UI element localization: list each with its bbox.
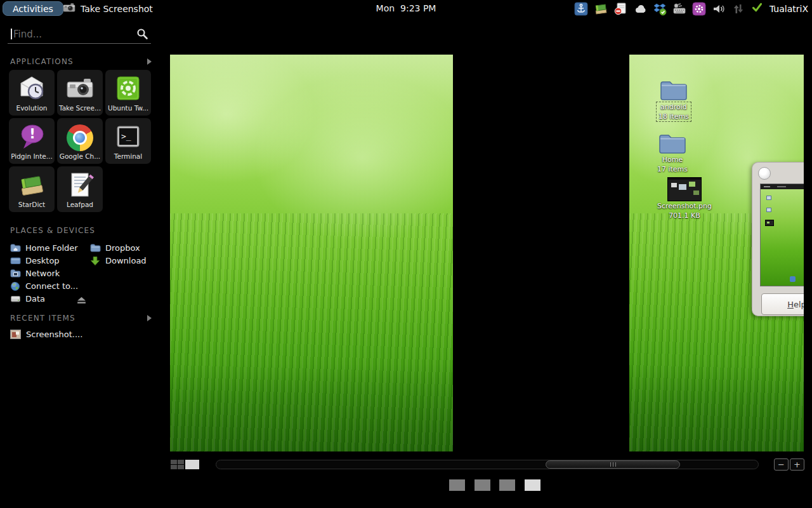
app-tile-label: Terminal	[105, 152, 151, 160]
place-item-label: Connect to...	[25, 281, 78, 291]
network-arrows-icon[interactable]	[731, 2, 745, 16]
search-input[interactable]	[13, 27, 128, 41]
svg-text:!: !	[29, 126, 36, 142]
evolution-icon	[9, 70, 55, 103]
user-menu[interactable]: TualatriX	[769, 4, 808, 14]
input-keyboard-tray-icon[interactable]	[672, 2, 686, 16]
recent-item-screenshot[interactable]: Screenshot....	[10, 330, 82, 339]
workspace-indicator-4-active[interactable]	[525, 479, 540, 491]
dialog-radio-knob[interactable]	[758, 167, 771, 180]
applications-expand-icon[interactable]	[147, 58, 152, 65]
place-item-network[interactable]: Network	[10, 267, 60, 279]
app-tile-ubuntu-tweak[interactable]: Ubuntu Tw...	[105, 70, 151, 116]
cloud-tray-icon[interactable]	[633, 2, 647, 16]
app-tile-evolution[interactable]: Evolution	[9, 70, 55, 116]
recent-section-header: RECENT ITEMS	[10, 314, 154, 323]
recent-expand-icon[interactable]	[147, 315, 152, 321]
network-icon	[10, 269, 21, 278]
workspace-indicator-1[interactable]	[449, 479, 465, 491]
dash-sidebar: APPLICATIONS Evolution	[0, 17, 162, 508]
search-box[interactable]	[8, 26, 151, 44]
workspace-scrollbar[interactable]	[216, 460, 759, 469]
app-tile-pidgin[interactable]: ! Pidgin Inte...	[9, 118, 55, 164]
app-tile-label: Take Scree...	[57, 104, 103, 112]
desktop-icon-sublabel: 18 items	[658, 112, 689, 121]
desktop-icon	[10, 256, 21, 265]
workspace-1-thumbnail[interactable]	[170, 55, 453, 451]
place-item-data[interactable]: Data	[10, 292, 45, 305]
stardict-icon	[9, 166, 55, 199]
app-tile-take-screenshot[interactable]: Take Scree...	[57, 70, 103, 116]
anchor-tray-icon[interactable]	[574, 2, 588, 16]
place-item-label: Network	[25, 269, 60, 278]
screenshot-preview-image	[760, 184, 804, 286]
globe-icon	[10, 281, 21, 291]
eject-button[interactable]	[76, 295, 87, 303]
workspace-2-thumbnail[interactable]: android 18 items Home 17 items Screensho…	[629, 55, 804, 451]
app-menu-button[interactable]: Take Screenshot	[62, 1, 153, 17]
desktop-icon-android[interactable]: android 18 items	[651, 80, 697, 122]
desktop-icon-label: Screenshot.png	[656, 201, 713, 211]
desktop-icon-sublabel: 17 items	[650, 164, 695, 174]
activities-button[interactable]: Activities	[3, 1, 63, 16]
place-item-download[interactable]: Download	[90, 254, 147, 267]
chrome-icon	[57, 118, 103, 151]
desktop-icon-sublabel: 701.1 KB	[656, 211, 713, 220]
workspace-indicator-3[interactable]	[499, 479, 515, 491]
zoom-out-button[interactable]: −	[774, 458, 789, 471]
search-icon[interactable]	[136, 28, 148, 43]
app-tile-google-chrome[interactable]: Google Ch...	[57, 118, 103, 164]
help-button[interactable]: Help	[761, 293, 804, 315]
desktop-icon-screenshot[interactable]: Screenshot.png 701.1 KB	[656, 177, 713, 220]
place-item-label: Desktop	[25, 256, 60, 265]
screenshot-dialog: Help	[752, 162, 804, 316]
download-arrow-icon	[90, 256, 101, 265]
applications-section-title: APPLICATIONS	[10, 57, 74, 66]
app-tile-label: Ubuntu Tw...	[105, 104, 151, 112]
workspace-indicator-2[interactable]	[475, 479, 490, 491]
place-item-home-folder[interactable]: Home Folder	[10, 241, 78, 254]
grid-view-toggle[interactable]	[171, 460, 184, 469]
clock[interactable]: Mon 9:23 PM	[376, 3, 436, 13]
place-item-connect-to[interactable]: Connect to...	[10, 279, 78, 292]
checkmark-icon	[751, 1, 763, 16]
app-tile-label: Leafpad	[57, 201, 103, 208]
single-view-toggle[interactable]	[185, 460, 199, 469]
gnome-shell-activities-overview: Activities Take Screenshot Mon 9:23 PM	[0, 0, 812, 508]
camera-icon	[57, 70, 103, 103]
application-grid: Evolution Take Scree...	[9, 70, 155, 212]
places-section-title: PLACES & DEVICES	[10, 226, 95, 235]
home-folder-icon	[10, 243, 21, 253]
ubuntu-tweak-tray-icon[interactable]	[692, 2, 706, 16]
dropbox-tray-icon[interactable]	[653, 2, 667, 16]
place-item-label: Download	[105, 256, 147, 265]
stardict-tray-icon[interactable]	[594, 2, 608, 16]
zoom-in-button[interactable]: +	[790, 458, 804, 471]
app-tile-stardict[interactable]: StarDict	[9, 166, 55, 212]
system-tray: TualatriX	[574, 1, 808, 16]
terminal-icon: >_	[105, 118, 151, 151]
desktop-icon-home[interactable]: Home 17 items	[650, 133, 695, 174]
top-bar: Activities Take Screenshot Mon 9:23 PM	[0, 0, 812, 17]
app-tile-label: Evolution	[9, 104, 55, 112]
dropbox-folder-icon	[90, 243, 101, 253]
camera-icon	[62, 1, 77, 17]
desktop-icon-label: android	[658, 102, 689, 112]
desktop-icon-caption: android 18 items	[656, 102, 691, 122]
place-item-dropbox[interactable]: Dropbox	[90, 241, 140, 254]
place-item-label: Home Folder	[25, 243, 78, 253]
image-thumbnail-icon	[10, 330, 21, 339]
svg-text:>_: >_	[121, 131, 131, 141]
recent-section-title: RECENT ITEMS	[10, 314, 75, 323]
place-item-desktop[interactable]: Desktop	[10, 254, 60, 267]
app-tile-label: Google Ch...	[57, 152, 103, 160]
app-tile-terminal[interactable]: >_ Terminal	[105, 118, 151, 164]
app-menu-label: Take Screenshot	[81, 4, 153, 14]
desktop-icon-caption: Screenshot.png 701.1 KB	[656, 201, 713, 220]
volume-icon[interactable]	[712, 2, 726, 16]
app-tile-label: Pidgin Inte...	[9, 152, 55, 160]
text-caret	[11, 29, 12, 39]
scrollbar-thumb[interactable]	[546, 460, 680, 469]
app-tile-leafpad[interactable]: Leafpad	[57, 166, 103, 212]
note-blocked-tray-icon[interactable]	[613, 2, 627, 16]
